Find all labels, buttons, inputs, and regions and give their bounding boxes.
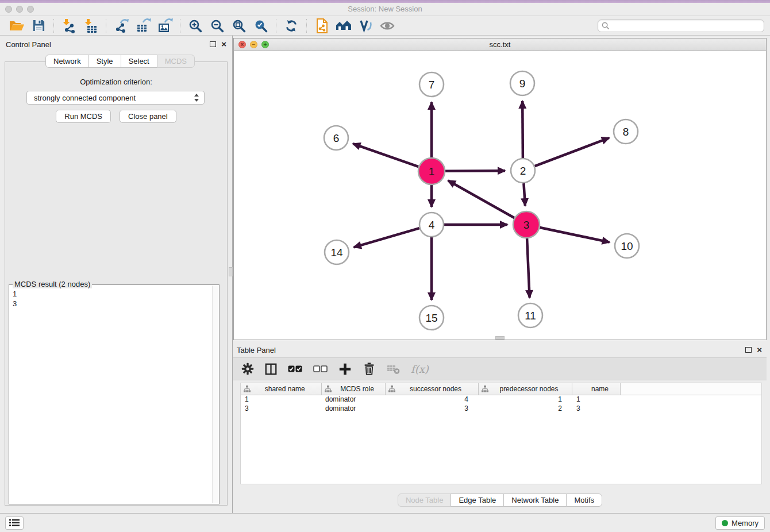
window-traffic-lights[interactable]: [5, 6, 34, 13]
result-scrollbar[interactable]: [212, 286, 219, 503]
graph-edge-2-8[interactable]: [535, 138, 609, 166]
refresh-view-button[interactable]: [280, 17, 302, 34]
run-mcds-button[interactable]: Run MCDS: [56, 110, 111, 123]
control-panel-tabs: Network Style Select MCDS: [45, 55, 195, 68]
destroy-table-button[interactable]: [387, 363, 400, 375]
graph-edge-1-2[interactable]: [445, 171, 505, 171]
close-panel-icon[interactable]: ×: [221, 41, 226, 47]
mcds-result-line: 1: [13, 289, 209, 299]
hide-selected-button[interactable]: [355, 17, 376, 34]
graph-edge-2-3[interactable]: [523, 183, 525, 206]
tab-network[interactable]: Network: [45, 55, 89, 68]
add-row-button[interactable]: [338, 363, 352, 376]
node-table-body: 1dominator4113dominator323: [241, 395, 761, 413]
zoom-selected-button[interactable]: [250, 17, 272, 34]
graph-edge-2-9[interactable]: [522, 101, 523, 158]
zoom-selected-icon: [254, 19, 268, 33]
zoom-window-icon[interactable]: [27, 6, 34, 13]
optimization-criterion-label: Optimization criterion:: [5, 78, 227, 86]
window-title: Session: New Session: [0, 3, 770, 16]
tab-motifs[interactable]: Motifs: [566, 494, 602, 507]
export-image-button[interactable]: [154, 17, 176, 34]
zoom-fit-button[interactable]: [228, 17, 250, 34]
minimize-window-icon[interactable]: [16, 6, 23, 13]
import-network-button[interactable]: [58, 17, 80, 34]
column-header-name[interactable]: name: [572, 383, 620, 395]
table-cell[interactable]: 1: [241, 395, 321, 404]
table-cell[interactable]: 1: [572, 395, 620, 404]
table-cell[interactable]: 4: [385, 395, 478, 404]
network-window-titlebar[interactable]: × − + scc.txt: [234, 38, 766, 51]
table-cell[interactable]: 3: [241, 404, 321, 413]
toolbar-separator: [306, 19, 307, 33]
network-canvas[interactable]: 7968124314101511: [234, 51, 766, 340]
table-row[interactable]: 1dominator411: [241, 395, 761, 404]
memory-button[interactable]: Memory: [715, 516, 765, 530]
function-builder-button[interactable]: f(x): [411, 363, 429, 375]
zoom-out-button[interactable]: [206, 17, 228, 34]
import-table-button[interactable]: [80, 17, 102, 34]
close-table-panel-icon[interactable]: ×: [757, 347, 762, 353]
close-view-icon[interactable]: ×: [238, 41, 246, 48]
float-table-panel-icon[interactable]: [745, 347, 752, 353]
tab-select[interactable]: Select: [121, 55, 157, 68]
canvas-splitter-handle[interactable]: [495, 336, 505, 340]
float-panel-icon[interactable]: [210, 41, 216, 47]
column-header-shared-name[interactable]: shared name: [241, 383, 321, 395]
minimize-view-icon[interactable]: −: [250, 41, 257, 48]
plus-icon: [338, 363, 352, 376]
eye-icon: [380, 20, 395, 32]
tab-edge-table[interactable]: Edge Table: [451, 494, 504, 507]
task-history-button[interactable]: [5, 516, 24, 530]
graph-edge-3-11[interactable]: [527, 238, 530, 298]
export-network-button[interactable]: [110, 17, 132, 34]
table-row[interactable]: 3dominator323: [241, 404, 761, 413]
search-box[interactable]: [598, 20, 764, 32]
tab-node-table[interactable]: Node Table: [398, 494, 452, 507]
maximize-view-icon[interactable]: +: [261, 41, 269, 48]
tab-network-table[interactable]: Network Table: [503, 494, 567, 507]
table-cell[interactable]: dominator: [321, 404, 385, 413]
criterion-select[interactable]: strongly connected component: [26, 91, 205, 105]
panel-splitter-handle[interactable]: [229, 267, 233, 276]
select-all-button[interactable]: [288, 364, 302, 374]
export-table-button[interactable]: [132, 17, 154, 34]
table-cell[interactable]: 2: [478, 404, 572, 413]
table-cell[interactable]: 3: [572, 404, 620, 413]
search-input[interactable]: [610, 21, 760, 30]
close-window-icon[interactable]: [5, 6, 12, 13]
table-cell[interactable]: 3: [385, 404, 478, 413]
graph-edge-4-14[interactable]: [354, 228, 419, 247]
first-neighbors-button[interactable]: [333, 17, 355, 34]
open-session-button[interactable]: [6, 17, 28, 34]
graph-edge-1-6[interactable]: [353, 144, 418, 167]
network-graph[interactable]: 7968124314101511: [234, 51, 766, 340]
gear-icon: [241, 363, 254, 375]
table-cell[interactable]: dominator: [321, 395, 385, 404]
save-session-button[interactable]: [28, 17, 49, 34]
deselect-all-button[interactable]: [313, 364, 328, 374]
column-header-successor-nodes[interactable]: successor nodes: [385, 383, 478, 395]
main-toolbar: [0, 16, 770, 36]
tab-mcds[interactable]: MCDS: [157, 55, 195, 68]
tab-style[interactable]: Style: [88, 55, 121, 68]
table-toolbar: f(x): [233, 357, 767, 380]
close-panel-button[interactable]: Close panel: [120, 110, 176, 123]
clone-network-icon: [315, 18, 329, 33]
column-settings-button[interactable]: [241, 363, 254, 375]
zoom-in-button[interactable]: [184, 17, 206, 34]
delete-rows-button[interactable]: [363, 362, 376, 376]
mcds-result-text[interactable]: 1 3: [10, 286, 211, 503]
column-type-icon: [325, 385, 332, 395]
toolbar-separator: [106, 19, 106, 33]
graph-edge-3-1[interactable]: [448, 180, 514, 218]
graph-node-label: 7: [429, 79, 435, 91]
format-columns-button[interactable]: [265, 363, 277, 375]
show-graphics-details-button[interactable]: [376, 17, 398, 34]
table-cell[interactable]: 1: [478, 395, 572, 404]
column-header-predecessor-nodes[interactable]: predecessor nodes: [478, 383, 572, 395]
column-header-mcds-role[interactable]: MCDS role: [321, 383, 385, 395]
graph-edge-3-10[interactable]: [540, 228, 610, 242]
clone-network-button[interactable]: [311, 17, 333, 34]
columns-icon: [265, 363, 277, 375]
